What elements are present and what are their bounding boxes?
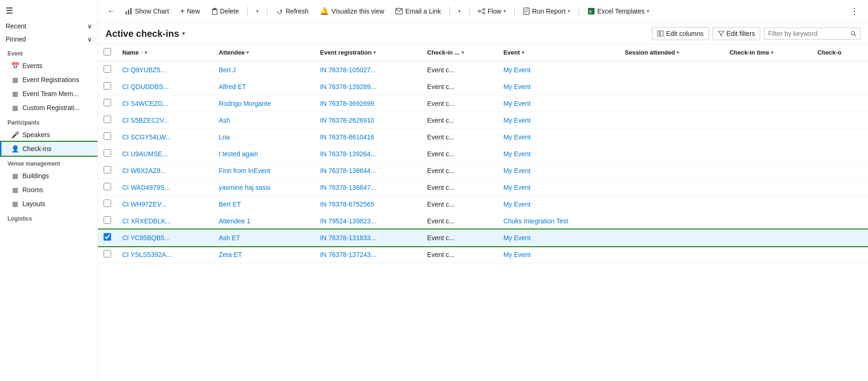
row-attendee[interactable]: I tested again (213, 145, 315, 162)
table-row[interactable]: CI S4WCEZG...Rodrigo MorganteIN 76378-36… (98, 95, 868, 112)
row-name[interactable]: CI W8X2AZ8... (117, 162, 213, 179)
table-row[interactable]: CI WH97ZEV...Bert ETIN 76378-6752565Even… (98, 196, 868, 213)
row-name[interactable]: CI XRXEDBLK... (117, 213, 213, 229)
row-attendee[interactable]: Lna (213, 129, 315, 145)
name-link[interactable]: CI S5BZEC2V... (122, 117, 169, 124)
name-link[interactable]: CI Q9YUBZ5... (122, 66, 166, 74)
row-event[interactable]: My Event (498, 246, 619, 263)
row-checkbox[interactable] (104, 99, 111, 106)
event-link[interactable]: My Event (504, 117, 531, 124)
row-event[interactable]: My Event (498, 95, 619, 112)
select-all-checkbox[interactable] (104, 48, 111, 55)
filter-input[interactable] (768, 30, 850, 37)
sidebar-item-rooms[interactable]: ▦ Rooms (0, 183, 98, 197)
view-title-chevron[interactable]: ▾ (182, 30, 185, 37)
event-registration-link[interactable]: IN 76378-138847... (320, 184, 376, 191)
row-attendee[interactable]: Ash ET (213, 229, 315, 246)
row-attendee[interactable]: Zeta ET (213, 246, 315, 263)
row-name[interactable]: CI S4WCEZG... (117, 95, 213, 112)
event-link[interactable]: My Event (504, 100, 531, 107)
row-name[interactable]: CI SCGY54LW... (117, 129, 213, 145)
row-event-registration[interactable]: IN 79524-139823... (315, 213, 422, 229)
event-link[interactable]: My Event (504, 167, 531, 174)
attendee-link[interactable]: Attendee 1 (219, 217, 251, 225)
sidebar-item-check-ins[interactable]: 👤 Check-ins (0, 142, 98, 156)
sidebar-item-event-team-members[interactable]: ▦ Event Team Mem... (0, 87, 98, 101)
event-link[interactable]: My Event (504, 83, 531, 90)
sidebar-item-event-registrations[interactable]: ▦ Event Registrations (0, 73, 98, 87)
name-link[interactable]: CI WAD4979S... (122, 184, 170, 191)
table-row[interactable]: CI U9AUMSE...I tested againIN 76378-1392… (98, 145, 868, 162)
row-attendee[interactable]: Rodrigo Morgante (213, 95, 315, 112)
name-link[interactable]: CI YSLS5392A... (122, 251, 172, 258)
name-link[interactable]: CI YC95BQB5... (122, 234, 170, 242)
attendee-link[interactable]: Alfred ET (219, 83, 246, 90)
event-registration-link[interactable]: IN 76378-139289... (320, 83, 376, 90)
attendee-link[interactable]: yasmine haj sassi (219, 184, 271, 191)
row-checkbox[interactable] (104, 250, 111, 257)
event-link[interactable]: My Event (504, 234, 531, 242)
row-attendee[interactable]: Bert ET (213, 196, 315, 213)
email-chevron-button[interactable]: ▾ (454, 6, 465, 16)
visualize-button[interactable]: 🔔 Visualize this view (315, 4, 389, 18)
name-link[interactable]: CI XRXEDBLK... (122, 217, 171, 225)
name-link[interactable]: CI WH97ZEV... (122, 201, 166, 208)
row-event[interactable]: My Event (498, 196, 619, 213)
event-registration-link[interactable]: IN 76378-8610416 (320, 133, 374, 141)
delete-button[interactable]: Delete (207, 5, 244, 17)
row-event-registration[interactable]: IN 76378-2626910 (315, 112, 422, 129)
name-link[interactable]: CI QDUDDBS... (122, 83, 169, 90)
row-name[interactable]: CI S5BZEC2V... (117, 112, 213, 129)
flow-button[interactable]: Flow ▾ (473, 5, 511, 17)
attendee-link[interactable]: Zeta ET (219, 251, 242, 258)
event-registration-link[interactable]: IN 76378-131833... (320, 234, 376, 242)
row-name[interactable]: CI WAD4979S... (117, 179, 213, 196)
row-attendee[interactable]: yasmine haj sassi (213, 179, 315, 196)
row-event-registration[interactable]: IN 76378-8610416 (315, 129, 422, 145)
event-link[interactable]: My Event (504, 66, 531, 74)
attendee-link[interactable]: Finn from InEvent (219, 167, 271, 174)
row-checkbox[interactable] (104, 65, 111, 73)
row-attendee[interactable]: Bert J (213, 61, 315, 78)
row-checkbox[interactable] (104, 116, 111, 123)
table-row[interactable]: CI QDUDDBS...Alfred ETIN 76378-139289...… (98, 78, 868, 95)
sidebar-group-pinned-header[interactable]: Pinned ∨ (0, 33, 98, 46)
table-row[interactable]: CI S5BZEC2V...AshIN 76378-2626910Event c… (98, 112, 868, 129)
row-checkbox[interactable] (104, 216, 111, 224)
event-registration-link[interactable]: IN 76378-105027... (320, 66, 376, 74)
email-link-button[interactable]: Email a Link (391, 5, 445, 17)
attendee-link[interactable]: Bert J (219, 66, 236, 74)
event-link[interactable]: My Event (504, 184, 531, 191)
event-registration-link[interactable]: IN 76378-6752565 (320, 201, 374, 208)
row-checkbox[interactable] (104, 200, 111, 207)
header-session-attended[interactable]: Session attended ▾ (619, 44, 724, 61)
excel-templates-button[interactable]: X Excel Templates ▾ (583, 5, 654, 17)
row-event-registration[interactable]: IN 76378-138847... (315, 179, 422, 196)
row-event-registration[interactable]: IN 76378-3692699 (315, 95, 422, 112)
sidebar-group-recent-header[interactable]: Recent ∨ (0, 20, 98, 33)
refresh-button[interactable]: Refresh (271, 5, 313, 17)
row-event-registration[interactable]: IN 76378-137243... (315, 246, 422, 263)
sidebar-item-events[interactable]: 📅 Events (0, 59, 98, 73)
row-checkbox[interactable] (104, 149, 111, 157)
row-name[interactable]: CI U9AUMSE... (117, 145, 213, 162)
row-name[interactable]: CI WH97ZEV... (117, 196, 213, 213)
attendee-link[interactable]: Lna (219, 133, 230, 141)
row-event[interactable]: My Event (498, 179, 619, 196)
edit-filters-button[interactable]: Edit filters (713, 27, 760, 40)
row-attendee[interactable]: Finn from InEvent (213, 162, 315, 179)
row-checkbox[interactable] (104, 166, 111, 173)
row-event-registration[interactable]: IN 76378-138644... (315, 162, 422, 179)
row-event-registration[interactable]: IN 76378-105027... (315, 61, 422, 78)
sidebar-item-custom-registrations[interactable]: ▦ Custom Registrati... (0, 101, 98, 115)
attendee-link[interactable]: Ash ET (219, 234, 240, 242)
row-name[interactable]: CI YSLS5392A... (117, 246, 213, 263)
more-options-button[interactable]: ⋮ (847, 4, 862, 19)
header-check-in[interactable]: Check-in ... ▾ (421, 44, 497, 61)
event-link[interactable]: Chuks Integration Test (504, 217, 568, 225)
attendee-link[interactable]: Rodrigo Morgante (219, 100, 271, 107)
event-link[interactable]: My Event (504, 133, 531, 141)
attendee-link[interactable]: I tested again (219, 150, 258, 158)
row-event[interactable]: My Event (498, 112, 619, 129)
row-event[interactable]: Chuks Integration Test (498, 213, 619, 229)
